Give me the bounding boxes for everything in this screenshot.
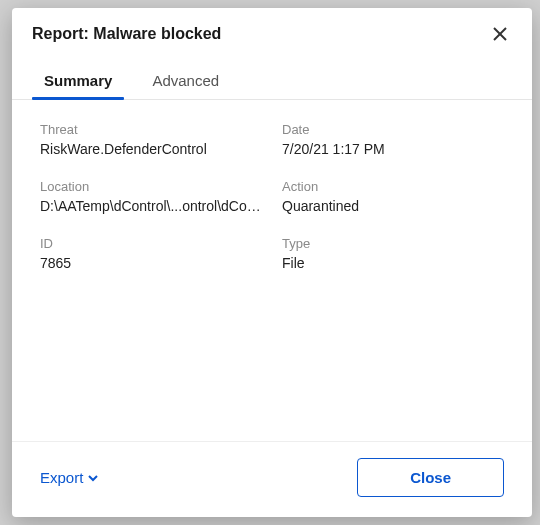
modal-footer: Export Close — [12, 441, 532, 517]
field-value: File — [282, 255, 504, 271]
field-date: Date 7/20/21 1:17 PM — [282, 122, 504, 157]
field-label: Type — [282, 236, 504, 251]
field-type: Type File — [282, 236, 504, 271]
field-value: D:\AATemp\dControl\...ontrol\dControl.ex… — [40, 198, 262, 214]
export-label: Export — [40, 469, 83, 486]
close-icon — [492, 26, 508, 42]
field-id: ID 7865 — [40, 236, 262, 271]
field-value: 7/20/21 1:17 PM — [282, 141, 504, 157]
field-threat: Threat RiskWare.DefenderControl — [40, 122, 262, 157]
modal-header: Report: Malware blocked — [12, 8, 532, 56]
tab-summary[interactable]: Summary — [40, 64, 116, 99]
close-icon-button[interactable] — [488, 22, 512, 46]
field-value: Quarantined — [282, 198, 504, 214]
field-label: Action — [282, 179, 504, 194]
field-label: Date — [282, 122, 504, 137]
modal-title: Report: Malware blocked — [32, 25, 221, 43]
field-label: Location — [40, 179, 262, 194]
field-location: Location D:\AATemp\dControl\...ontrol\dC… — [40, 179, 262, 214]
export-button[interactable]: Export — [40, 469, 99, 486]
field-action: Action Quarantined — [282, 179, 504, 214]
report-modal: Report: Malware blocked Summary Advanced… — [12, 8, 532, 517]
field-label: ID — [40, 236, 262, 251]
field-value: 7865 — [40, 255, 262, 271]
tabs: Summary Advanced — [12, 56, 532, 100]
tab-advanced[interactable]: Advanced — [148, 64, 223, 99]
chevron-down-icon — [87, 472, 99, 484]
close-button[interactable]: Close — [357, 458, 504, 497]
field-label: Threat — [40, 122, 262, 137]
field-value: RiskWare.DefenderControl — [40, 141, 262, 157]
summary-content: Threat RiskWare.DefenderControl Date 7/2… — [12, 100, 532, 441]
